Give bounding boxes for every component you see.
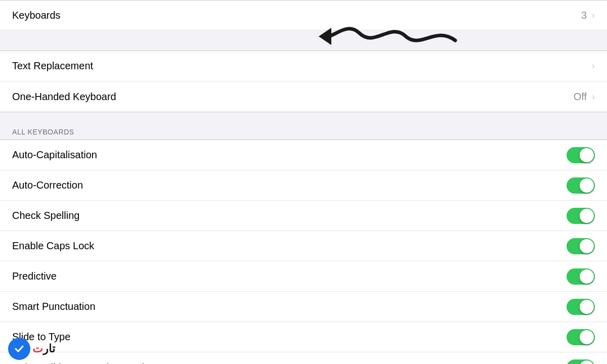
one-handed-keyboard-label: One-Handed Keyboard <box>12 91 574 103</box>
smart-punctuation-toggle-knob <box>580 300 594 314</box>
group-separator-1 <box>0 30 607 51</box>
slide-to-type-row: Slide to Type <box>0 322 607 352</box>
smart-punctuation-label: Smart Punctuation <box>12 301 567 312</box>
keyboards-chevron-icon: › <box>592 10 595 21</box>
slide-to-type-label: Slide to Type <box>12 331 567 343</box>
check-spelling-label: Check Spelling <box>12 210 567 221</box>
all-keyboards-group: Auto-Capitalisation Auto-Correction Chec… <box>0 140 607 364</box>
auto-correction-toggle-knob <box>580 178 594 193</box>
predictive-row: Predictive <box>0 261 607 292</box>
delete-slide-to-type-toggle[interactable] <box>567 359 595 364</box>
keyboards-count: 3 <box>581 10 587 21</box>
all-keyboards-section-header: ALL KEYBOARDS <box>0 122 607 140</box>
enable-caps-lock-toggle-knob <box>580 239 594 253</box>
text-replacement-label: Text Replacement <box>12 60 592 72</box>
settings-screen: Keyboards 3 › Text Replacement › One-Han… <box>0 0 607 364</box>
delete-slide-to-type-toggle-knob <box>580 360 594 364</box>
smart-punctuation-toggle[interactable] <box>567 299 595 315</box>
auto-capitalisation-toggle-knob <box>580 148 594 162</box>
predictive-label: Predictive <box>12 270 567 282</box>
watermark-text: تارت <box>32 342 55 355</box>
auto-capitalisation-row: Auto-Capitalisation <box>0 140 607 170</box>
watermark: تارت <box>0 334 63 364</box>
enable-caps-lock-toggle[interactable] <box>567 238 595 254</box>
slide-to-type-toggle[interactable] <box>567 329 595 345</box>
auto-correction-label: Auto-Correction <box>12 179 567 191</box>
enable-caps-lock-label: Enable Caps Lock <box>12 240 567 252</box>
check-spelling-row: Check Spelling <box>0 201 607 231</box>
text-replacement-chevron-icon: › <box>592 61 595 71</box>
all-keyboards-header-text: ALL KEYBOARDS <box>12 128 74 136</box>
auto-capitalisation-label: Auto-Capitalisation <box>12 149 567 161</box>
auto-correction-row: Auto-Correction <box>0 170 607 201</box>
check-spelling-toggle-knob <box>580 209 594 223</box>
settings-group-1: Text Replacement › One-Handed Keyboard O… <box>0 51 607 112</box>
keyboards-row[interactable]: Keyboards 3 › <box>0 0 607 30</box>
text-replacement-row[interactable]: Text Replacement › <box>0 51 607 81</box>
group-separator-2 <box>0 112 607 122</box>
delete-slide-to-type-row: Delete Slide-to-Type by Word <box>0 352 607 364</box>
predictive-toggle-knob <box>580 269 594 284</box>
checkmark-icon <box>12 342 26 356</box>
predictive-toggle[interactable] <box>567 268 595 285</box>
content-area: Keyboards 3 › Text Replacement › One-Han… <box>0 0 607 364</box>
svg-point-1 <box>13 342 26 355</box>
one-handed-keyboard-row[interactable]: One-Handed Keyboard Off › <box>0 81 607 112</box>
watermark-logo <box>8 338 30 360</box>
delete-slide-to-type-label: Delete Slide-to-Type by Word <box>12 362 567 365</box>
one-handed-keyboard-value: Off <box>574 91 587 103</box>
slide-to-type-toggle-knob <box>580 330 594 344</box>
keyboards-label: Keyboards <box>12 10 581 21</box>
auto-correction-toggle[interactable] <box>567 177 595 194</box>
smart-punctuation-row: Smart Punctuation <box>0 292 607 322</box>
auto-capitalisation-toggle[interactable] <box>567 147 595 163</box>
enable-caps-lock-row: Enable Caps Lock <box>0 231 607 261</box>
watermark-accent: ت <box>32 342 43 355</box>
one-handed-keyboard-chevron-icon: › <box>592 92 595 102</box>
check-spelling-toggle[interactable] <box>567 208 595 224</box>
